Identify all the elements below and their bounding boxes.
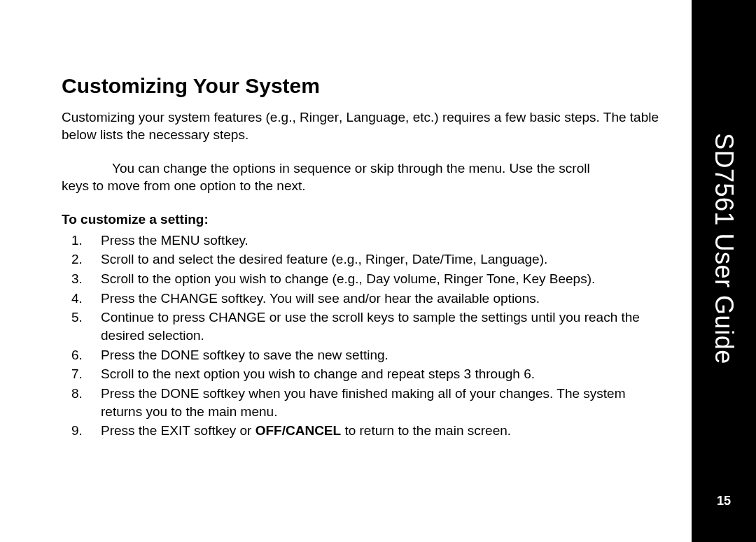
option-key-beeps: Key Beeps [523,271,587,286]
intro-sep1: , [339,110,346,124]
intro-feat-language: Language [346,110,406,124]
step-2: Scroll to and select the desired feature… [62,250,664,269]
note-line1: You can change the options in sequence o… [112,161,590,176]
done-softkey-label-2: DONE [161,386,200,401]
menu-softkey-label: MENU [161,233,200,248]
step-1: Press the MENU softkey. [62,231,664,250]
step-2-a: Scroll to and select the desired feature… [101,252,365,266]
step-3-e: , [515,271,523,286]
step-9-e: to return to the main screen. [341,423,511,438]
page: Customizing Your System Customizing your… [0,0,756,542]
intro-feat-ringer: Ringer [300,110,339,124]
step-3-g: ). [587,271,596,286]
note-paragraph: You can change the options in sequence o… [62,160,664,194]
sidebar-title: SD7561 User Guide [709,133,738,364]
step-1-a: Press the [101,233,161,248]
step-2-g: ). [540,252,548,266]
note-line2: keys to move from one option to the next… [62,178,306,193]
step-1-c: softkey. [200,233,248,248]
sidebar: SD7561 User Guide 15 [692,0,756,542]
step-6: Press the DONE softkey to save the new s… [62,346,664,364]
option-day-volume: Day volume [366,271,436,286]
page-number: 15 [717,494,731,508]
done-softkey-label: DONE [161,348,200,362]
off-cancel-key-label: OFF/CANCEL [255,423,341,438]
steps-list: Press the MENU softkey. Scroll to and se… [62,231,664,440]
step-9: Press the EXIT softkey or OFF/CANCEL to … [62,422,664,440]
intro-paragraph: Customizing your system features (e.g., … [62,109,664,143]
step-6-a: Press the [101,348,161,362]
step-5: Continue to press CHANGE or use the scro… [62,308,664,344]
intro-pre: Customizing your system features (e.g., [62,110,300,124]
step-4-a: Press the [101,291,161,306]
step-8-a: Press the [101,386,161,401]
step-6-c: softkey to save the new setting. [199,348,388,362]
step-3-c: , [437,271,444,286]
subheading: To customize a setting: [62,212,664,227]
content-area: Customizing Your System Customizing your… [0,0,692,542]
step-3-a: Scroll to the option you wish to change … [101,271,366,286]
step-8: Press the DONE softkey when you have fin… [62,385,664,420]
step-5-a: Continue to press [101,310,209,325]
step-7: Scroll to the next option you wish to ch… [62,365,664,383]
option-ringer-tone: Ringer Tone [444,271,515,286]
step-2-e: , [473,252,481,266]
step-9-a: Press the [101,423,161,438]
step-4-c: softkey. You will see and/or hear the av… [218,291,540,306]
page-title: Customizing Your System [62,74,664,98]
feature-language: Language [480,252,540,266]
step-3: Scroll to the option you wish to change … [62,270,664,288]
step-7-a: Scroll to the next option you wish to ch… [101,366,535,381]
feature-ringer: Ringer [365,252,405,266]
exit-softkey-label: EXIT [161,423,190,438]
step-2-c: , [405,252,412,266]
step-9-c: softkey or [190,423,255,438]
change-softkey-label: CHANGE [161,291,218,306]
feature-datetime: Date/Time [412,252,473,266]
change-softkey-label-2: CHANGE [209,310,265,325]
step-4: Press the CHANGE softkey. You will see a… [62,290,664,308]
